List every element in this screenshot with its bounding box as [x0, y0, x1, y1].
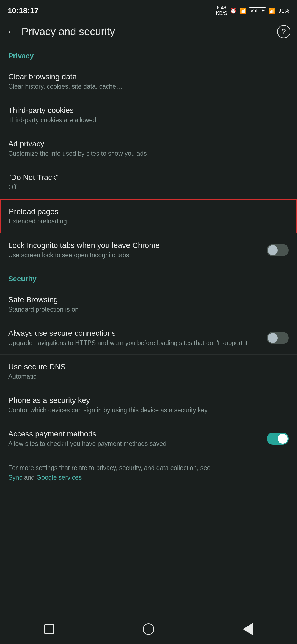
do-not-track-subtitle: Off: [8, 184, 289, 191]
recent-apps-button[interactable]: [44, 624, 54, 634]
status-time: 10:18:17: [8, 6, 38, 15]
preload-pages-title: Preload pages: [9, 207, 288, 216]
security-key-item[interactable]: Phone as a security key Control which de…: [0, 388, 297, 422]
third-party-cookies-title: Third-party cookies: [8, 106, 289, 115]
third-party-cookies-item[interactable]: Third-party cookies Third-party cookies …: [0, 98, 297, 132]
app-bar: ← Privacy and security ?: [0, 19, 297, 44]
settings-content: Privacy Clear browsing data Clear histor…: [0, 44, 297, 523]
payment-methods-toggle-knob: [278, 434, 288, 444]
signal-icon: 📶: [269, 7, 276, 14]
preload-pages-item[interactable]: Preload pages Extended preloading: [0, 199, 297, 233]
secure-connections-item[interactable]: Always use secure connections Upgrade na…: [0, 321, 297, 355]
back-nav-button[interactable]: [243, 623, 253, 635]
ad-privacy-text: Ad privacy Customize the info used by si…: [8, 140, 289, 157]
secure-connections-text: Always use secure connections Upgrade na…: [8, 329, 261, 347]
help-icon: ?: [282, 27, 286, 36]
do-not-track-item[interactable]: "Do Not Track" Off: [0, 165, 297, 199]
back-nav-icon: [243, 623, 253, 635]
security-key-title: Phone as a security key: [8, 396, 289, 405]
lock-incognito-title: Lock Incognito tabs when you leave Chrom…: [8, 241, 261, 250]
third-party-cookies-text: Third-party cookies Third-party cookies …: [8, 106, 289, 124]
preload-pages-text: Preload pages Extended preloading: [9, 207, 288, 225]
secure-dns-text: Use secure DNS Automatic: [8, 362, 289, 380]
lock-incognito-subtitle: Use screen lock to see open Incognito ta…: [8, 252, 261, 259]
lte-icon: VoLTE: [249, 7, 266, 14]
home-button[interactable]: [143, 623, 154, 635]
battery-indicator: 91%: [278, 8, 289, 14]
footer-text: For more settings that relate to privacy…: [0, 455, 297, 490]
security-key-text: Phone as a security key Control which de…: [8, 396, 289, 414]
help-button[interactable]: ?: [277, 25, 290, 38]
lock-incognito-item[interactable]: Lock Incognito tabs when you leave Chrom…: [0, 233, 297, 267]
secure-connections-toggle-container: [267, 332, 289, 344]
navigation-bar: [0, 614, 297, 644]
payment-methods-item[interactable]: Access payment methods Allow sites to ch…: [0, 422, 297, 455]
lock-incognito-toggle-container: [267, 244, 289, 256]
lock-incognito-toggle-knob: [268, 245, 278, 255]
recent-apps-icon: [44, 624, 54, 634]
security-section-header: Security: [0, 267, 297, 288]
clear-browsing-data-subtitle: Clear history, cookies, site data, cache…: [8, 83, 289, 90]
sync-link[interactable]: Sync: [8, 474, 22, 481]
wifi-icon: 📶: [240, 7, 246, 14]
payment-methods-text: Access payment methods Allow sites to ch…: [8, 430, 261, 447]
status-bar: 10:18:17 6.48KB/S ⏰ 📶 VoLTE 📶 91%: [0, 0, 297, 19]
secure-connections-subtitle: Upgrade navigations to HTTPS and warn yo…: [8, 339, 261, 347]
footer-main-text: For more settings that relate to privacy…: [8, 464, 211, 471]
clear-browsing-data-text: Clear browsing data Clear history, cooki…: [8, 72, 289, 90]
clear-browsing-data-title: Clear browsing data: [8, 72, 289, 81]
google-services-link[interactable]: Google services: [36, 474, 82, 481]
do-not-track-title: "Do Not Track": [8, 173, 289, 182]
privacy-section-header: Privacy: [0, 44, 297, 65]
ad-privacy-title: Ad privacy: [8, 140, 289, 148]
secure-connections-toggle-knob: [268, 333, 278, 343]
preload-pages-subtitle: Extended preloading: [9, 218, 288, 225]
ad-privacy-subtitle: Customize the info used by sites to show…: [8, 150, 289, 157]
payment-methods-title: Access payment methods: [8, 430, 261, 438]
payment-methods-subtitle: Allow sites to check if you have payment…: [8, 440, 261, 447]
alarm-icon: ⏰: [230, 7, 237, 14]
secure-dns-subtitle: Automatic: [8, 373, 289, 380]
payment-methods-toggle[interactable]: [267, 433, 289, 445]
payment-methods-toggle-container: [267, 433, 289, 445]
back-button[interactable]: ←: [7, 26, 16, 37]
secure-dns-title: Use secure DNS: [8, 362, 289, 371]
secure-connections-title: Always use secure connections: [8, 329, 261, 338]
page-title: Privacy and security: [21, 26, 115, 38]
third-party-cookies-subtitle: Third-party cookies are allowed: [8, 116, 289, 124]
lock-incognito-toggle[interactable]: [267, 244, 289, 256]
safe-browsing-title: Safe Browsing: [8, 295, 289, 304]
status-icons: 6.48KB/S ⏰ 📶 VoLTE 📶 91%: [216, 5, 289, 16]
secure-dns-item[interactable]: Use secure DNS Automatic: [0, 355, 297, 388]
safe-browsing-text: Safe Browsing Standard protection is on: [8, 295, 289, 313]
network-speed-icon: 6.48KB/S: [216, 5, 227, 16]
do-not-track-text: "Do Not Track" Off: [8, 173, 289, 191]
security-key-subtitle: Control which devices can sign in by usi…: [8, 406, 289, 414]
footer-and-text: and: [22, 474, 36, 481]
ad-privacy-item[interactable]: Ad privacy Customize the info used by si…: [0, 132, 297, 165]
lock-incognito-text: Lock Incognito tabs when you leave Chrom…: [8, 241, 261, 259]
safe-browsing-item[interactable]: Safe Browsing Standard protection is on: [0, 288, 297, 321]
clear-browsing-data-item[interactable]: Clear browsing data Clear history, cooki…: [0, 65, 297, 98]
secure-connections-toggle[interactable]: [267, 332, 289, 344]
home-icon: [143, 623, 154, 635]
safe-browsing-subtitle: Standard protection is on: [8, 306, 289, 313]
app-bar-left: ← Privacy and security: [7, 26, 115, 38]
